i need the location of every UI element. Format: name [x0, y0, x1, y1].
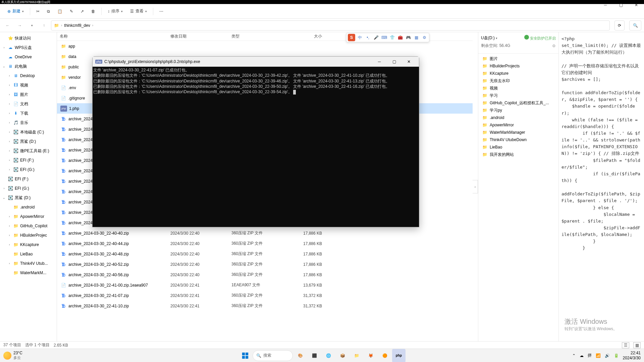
- icons-view-button[interactable]: ▦: [633, 342, 641, 348]
- maximize-button[interactable]: ▢: [613, 0, 629, 10]
- battery-icon[interactable]: 🔋: [614, 353, 619, 358]
- file-row[interactable]: 📄archive_2024-03-30_22-41-00.zip.1eaea90…: [57, 280, 473, 290]
- right-panel-item[interactable]: 📁无痕去水印: [478, 77, 558, 84]
- sidebar-item[interactable]: ›📁KKcapture: [0, 240, 57, 249]
- sidebar-item[interactable]: ☁OneDrive: [0, 52, 57, 62]
- sidebar-item[interactable]: ›📁ApowerMirror: [0, 212, 57, 221]
- console-close[interactable]: ✕: [401, 57, 416, 67]
- onedrive-icon[interactable]: ☁: [580, 353, 584, 358]
- expand-icon[interactable]: ⌄: [2, 196, 6, 199]
- console-titlebar[interactable]: php C:\phpstudy_pro\Extensions\php\php8.…: [93, 57, 419, 67]
- column-size[interactable]: 大小: [281, 34, 325, 39]
- forward-button[interactable]: →: [15, 20, 25, 31]
- right-panel-item[interactable]: 📁KKcapture: [478, 70, 558, 77]
- sidebar-item[interactable]: ›🖼图片: [0, 90, 57, 99]
- wifi-icon[interactable]: 📶: [596, 353, 601, 358]
- paste-button[interactable]: 📋: [55, 7, 65, 15]
- column-type[interactable]: 类型: [229, 34, 281, 39]
- tray-expand-icon[interactable]: ⌃: [572, 353, 576, 358]
- expand-icon[interactable]: ›: [2, 46, 6, 49]
- sidebar-item[interactable]: ›☁WPS云盘: [0, 43, 57, 52]
- console-window[interactable]: php C:\phpstudy_pro\Extensions\php\php8.…: [92, 56, 419, 227]
- taskbar-chrome[interactable]: 🌐: [322, 349, 335, 362]
- gear-icon[interactable]: ⚙: [552, 44, 556, 48]
- sort-button[interactable]: ↕ 排序 ▾: [105, 7, 125, 16]
- sidebar-item[interactable]: ›💽EFI (G:): [0, 184, 57, 193]
- expand-icon[interactable]: ›: [2, 187, 6, 190]
- taskbar-php[interactable]: php: [392, 349, 406, 362]
- right-panel-item[interactable]: 📁GitHub_Copilot_远程授权工具_...: [478, 99, 558, 107]
- details-view-button[interactable]: ☰: [622, 342, 629, 348]
- back-button[interactable]: ←: [3, 20, 13, 31]
- expand-icon[interactable]: ›: [7, 215, 11, 218]
- right-panel-item[interactable]: 📁ApowerMirror: [478, 121, 558, 129]
- refresh-button[interactable]: ⟳: [614, 20, 625, 31]
- right-panel-item[interactable]: 📁.android: [478, 114, 558, 121]
- sidebar-item[interactable]: 📁LieBao: [0, 249, 57, 259]
- sidebar-item[interactable]: ›📄文档: [0, 99, 57, 109]
- sidebar-item[interactable]: ›📁Think4V Utub...: [0, 259, 57, 268]
- right-panel-item[interactable]: 📁HBuilderProjects: [478, 62, 558, 70]
- share-button[interactable]: ↗: [78, 7, 87, 15]
- sidebar-item[interactable]: ›💽EFI (G:): [0, 165, 57, 174]
- sidebar-item[interactable]: ›⬇下载: [0, 109, 57, 118]
- expand-icon[interactable]: ›: [7, 83, 11, 87]
- right-panel-item[interactable]: 📁WaterMarkManager: [478, 129, 558, 136]
- expand-icon[interactable]: ›: [7, 243, 11, 246]
- taskbar-search[interactable]: 🔍 搜索: [253, 350, 293, 361]
- ime-toolbox-icon[interactable]: 🧰: [397, 34, 404, 41]
- ime-punct-icon[interactable]: •,: [365, 34, 371, 41]
- view-button[interactable]: ☰ 查看 ▾: [127, 7, 150, 16]
- taskbar-app[interactable]: 🟠: [378, 349, 391, 362]
- new-button[interactable]: ⊕ 新建 ▾: [5, 7, 26, 16]
- sidebar-item[interactable]: ›💽本地磁盘 (C:): [0, 127, 57, 137]
- right-panel-item[interactable]: 📁Think4V UtubeDown: [478, 136, 558, 143]
- expand-icon[interactable]: ›: [7, 112, 11, 115]
- start-button[interactable]: [238, 349, 252, 362]
- sidebar-item[interactable]: ⭐快速访问: [0, 34, 57, 43]
- file-row[interactable]: 🗜archive_2024-03-30_22-40-48.zip2024/3/3…: [57, 249, 473, 259]
- sidebar-item[interactable]: 💽EFI (F:): [0, 174, 57, 184]
- column-date[interactable]: 修改日期: [168, 34, 229, 39]
- right-panel-item[interactable]: 📁图片: [478, 55, 558, 62]
- sidebar-item[interactable]: ›📁GitHub_Copilot: [0, 221, 57, 231]
- ime-skin-icon[interactable]: 👕: [389, 34, 395, 41]
- sidebar-item[interactable]: 📁WaterMarkM...: [0, 268, 57, 278]
- copy-button[interactable]: ⧉: [44, 7, 53, 15]
- sidebar-item[interactable]: ›🎵音乐: [0, 118, 57, 127]
- recent-button[interactable]: ▾: [27, 20, 37, 31]
- expand-icon[interactable]: ›: [7, 262, 11, 265]
- right-panel-item[interactable]: 📁学习: [478, 92, 558, 99]
- taskbar-app[interactable]: 🎨: [293, 349, 307, 362]
- sidebar-item[interactable]: 📁.android: [0, 202, 57, 212]
- ime-settings-icon[interactable]: ⚙: [421, 34, 428, 41]
- delete-button[interactable]: 🗑: [89, 7, 98, 15]
- breadcrumb[interactable]: 📁 › thinkcmf8_dev ›: [51, 20, 610, 31]
- expand-icon[interactable]: ›: [7, 93, 11, 96]
- ime-app-icon[interactable]: ▦: [413, 34, 420, 41]
- taskbar-firefox[interactable]: 🦊: [364, 349, 377, 362]
- expand-icon[interactable]: ›: [7, 130, 11, 134]
- file-row[interactable]: 🗜archive_2024-03-30_22-40-56.zip2024/3/3…: [57, 269, 473, 280]
- right-panel-item[interactable]: 📁学习py: [478, 107, 558, 114]
- expand-icon[interactable]: ›: [7, 159, 11, 162]
- ime-lang-icon[interactable]: 中: [357, 34, 363, 41]
- taskbar-app[interactable]: 📦: [336, 349, 349, 362]
- sidebar-item[interactable]: ›💽EFI (F:): [0, 156, 57, 165]
- expand-icon[interactable]: ›: [7, 224, 11, 228]
- cut-button[interactable]: ✂: [34, 7, 42, 15]
- sidebar-item[interactable]: ⌄🖥此电脑: [0, 62, 57, 71]
- ime-toolbar[interactable]: S 中 •, 🎤 ⌨ 👕 🧰 🎮 ▦ ⚙: [346, 33, 429, 42]
- right-panel-item[interactable]: 📁LieBao: [478, 143, 558, 151]
- console-minimize[interactable]: ─: [372, 57, 387, 67]
- sidebar-item[interactable]: ⌄💽黑鲨 (D:): [0, 193, 57, 202]
- expand-icon[interactable]: ›: [7, 102, 11, 106]
- file-row[interactable]: 📁app: [57, 41, 473, 51]
- expand-icon[interactable]: ›: [7, 149, 11, 153]
- clock[interactable]: 22:41 2024/3/30: [623, 351, 641, 360]
- close-button[interactable]: ✕: [629, 0, 644, 10]
- weather-widget[interactable]: 23°C 多云: [3, 351, 22, 360]
- minimize-button[interactable]: ─: [598, 0, 613, 10]
- drive-selector[interactable]: U盘(D:) ▾: [481, 35, 497, 41]
- expand-icon[interactable]: ›: [7, 74, 11, 77]
